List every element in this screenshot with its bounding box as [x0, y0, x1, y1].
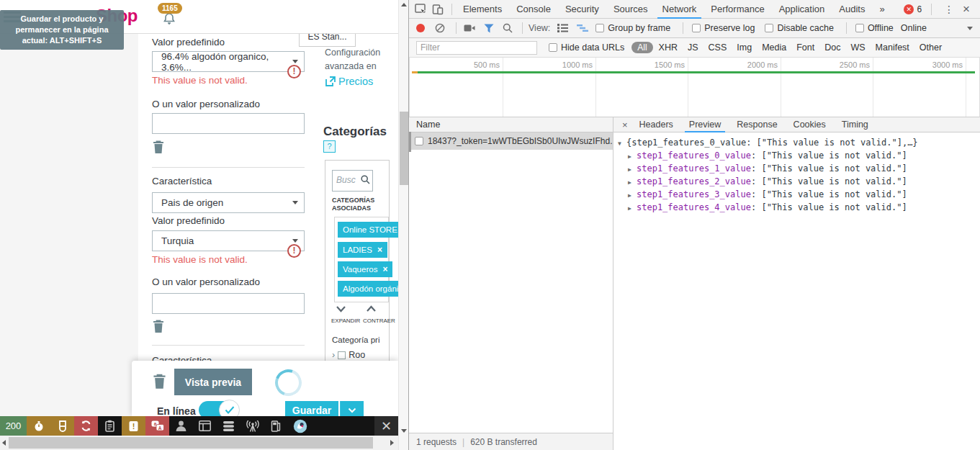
- category-tag[interactable]: Vaqueros ×: [338, 261, 392, 277]
- tab-performance[interactable]: Performance: [706, 0, 769, 19]
- json-entry-row[interactable]: ▶step1_features_1_value: ["This value is…: [618, 163, 980, 176]
- filter-type-doc[interactable]: Doc: [824, 42, 840, 53]
- scroll-right-arrow[interactable]: [390, 440, 394, 446]
- name-column-header[interactable]: Name: [409, 117, 613, 132]
- help-badge[interactable]: ?: [323, 140, 336, 153]
- preserve-log-checkbox[interactable]: [692, 24, 701, 32]
- server-icon[interactable]: [217, 416, 240, 436]
- tab-network[interactable]: Network: [657, 0, 702, 19]
- error-log-icon[interactable]: !: [122, 416, 145, 436]
- clipboard-icon[interactable]: [98, 416, 122, 436]
- tab-response[interactable]: Response: [732, 117, 781, 132]
- throttling-select[interactable]: Online: [901, 23, 973, 33]
- tab-console[interactable]: Console: [511, 0, 556, 19]
- json-entry-row[interactable]: ▶step1_features_3_value: ["This value is…: [618, 189, 980, 202]
- filter-type-all[interactable]: All: [631, 42, 652, 53]
- antenna-icon[interactable]: [240, 416, 264, 436]
- scroll-left-arrow[interactable]: [2, 440, 6, 446]
- json-entry-row[interactable]: ▶step1_features_4_value: ["This value is…: [618, 202, 980, 215]
- tree-collapsed-icon[interactable]: ▶: [628, 203, 637, 215]
- filter-type-js[interactable]: JS: [688, 42, 698, 53]
- tab-headers[interactable]: Headers: [635, 117, 678, 132]
- table-scrollbar-thumb[interactable]: [409, 132, 411, 152]
- feature2-name-select[interactable]: Pais de origen: [152, 192, 305, 213]
- feature2-value-select[interactable]: Turquia: [152, 230, 305, 251]
- category-search-input[interactable]: [333, 171, 359, 189]
- tree-expanded-icon[interactable]: ▼: [618, 138, 626, 150]
- error-count-icon[interactable]: ✕: [904, 4, 914, 14]
- fuel-pump-icon[interactable]: [264, 416, 288, 436]
- precios-link[interactable]: Precios: [325, 76, 373, 87]
- filter-type-css[interactable]: CSS: [709, 42, 727, 53]
- offline-checkbox[interactable]: [855, 24, 864, 32]
- filter-type-manifest[interactable]: Manifest: [876, 42, 909, 53]
- request-row[interactable]: 18437?_token=1wWTbEGbISb0UIwJWsuzIFhd...: [409, 132, 613, 150]
- screenshot-icon[interactable]: [464, 24, 475, 32]
- vertical-scrollbar-thumb[interactable]: [400, 112, 408, 185]
- tab-security[interactable]: Security: [560, 0, 604, 19]
- category-tag[interactable]: LADIES ×: [338, 242, 387, 258]
- category-tag[interactable]: Online STORE: [338, 222, 398, 238]
- filter-type-font[interactable]: Font: [796, 42, 814, 53]
- expand-label[interactable]: EXPANDIR: [331, 318, 360, 324]
- http-status-badge[interactable]: 200: [0, 416, 27, 436]
- devtools-close-icon[interactable]: ×: [963, 2, 970, 17]
- filter-type-xhr[interactable]: XHR: [659, 42, 678, 53]
- json-root-row[interactable]: ▼{step1_features_0_value: ["This value i…: [618, 137, 980, 150]
- prestashop-taskbar-icon[interactable]: [288, 416, 312, 436]
- chevron-up-icon[interactable]: [366, 305, 377, 312]
- tab-application[interactable]: Application: [774, 0, 830, 19]
- tab-timing[interactable]: Timing: [837, 117, 873, 132]
- hide-data-urls-checkbox[interactable]: [549, 43, 557, 52]
- tab-preview[interactable]: Preview: [685, 117, 725, 132]
- tree-expand-icon[interactable]: ›: [332, 350, 335, 360]
- more-tabs-icon[interactable]: »: [874, 0, 889, 19]
- device-toolbar-icon[interactable]: [432, 4, 444, 15]
- trash-icon[interactable]: [153, 319, 164, 333]
- scroll-up-arrow[interactable]: [401, 3, 407, 6]
- filter-type-other[interactable]: Other: [920, 42, 942, 53]
- category-checkbox[interactable]: [338, 351, 346, 359]
- vertical-scrollbar[interactable]: [398, 0, 408, 450]
- tree-collapsed-icon[interactable]: ▶: [628, 164, 637, 176]
- devtools-menu-icon[interactable]: ⋮: [944, 4, 954, 15]
- horizontal-scrollbar[interactable]: [0, 436, 398, 450]
- remove-tag-icon[interactable]: ×: [382, 264, 387, 274]
- filter-type-ws[interactable]: WS: [850, 42, 865, 53]
- clear-icon[interactable]: [435, 23, 445, 33]
- beaker-icon[interactable]: [50, 416, 74, 436]
- filter-funnel-icon[interactable]: [484, 24, 494, 33]
- custom-value-input-2[interactable]: [152, 293, 305, 314]
- chevron-down-icon[interactable]: [336, 305, 346, 312]
- timer-icon[interactable]: [27, 416, 50, 436]
- search-icon[interactable]: [503, 23, 513, 33]
- delete-product-icon[interactable]: [153, 373, 166, 390]
- window-icon[interactable]: [193, 416, 217, 436]
- bell-icon[interactable]: [162, 12, 176, 26]
- json-entry-row[interactable]: ▶step1_features_2_value: ["This value is…: [618, 176, 980, 189]
- list-view-icon[interactable]: [557, 24, 568, 32]
- custom-value-input[interactable]: [152, 113, 305, 134]
- close-taskbar-icon[interactable]: ✕: [374, 416, 398, 436]
- error-count[interactable]: 6: [917, 4, 922, 14]
- filter-type-media[interactable]: Media: [762, 42, 786, 53]
- tree-collapsed-icon[interactable]: ▶: [628, 190, 637, 202]
- scroll-down-arrow[interactable]: [401, 429, 407, 433]
- trash-icon[interactable]: [153, 140, 164, 154]
- user-icon[interactable]: [169, 416, 193, 436]
- json-entry-row[interactable]: ▶step1_features_0_value: ["This value is…: [618, 150, 980, 163]
- record-icon[interactable]: [416, 24, 425, 32]
- tab-cookies[interactable]: Cookies: [789, 117, 830, 132]
- request-checkbox[interactable]: [415, 137, 423, 145]
- translate-icon[interactable]: aA: [145, 416, 169, 436]
- contract-label[interactable]: CONTRAER: [363, 318, 395, 324]
- filter-type-img[interactable]: Img: [737, 42, 752, 53]
- network-filter-input[interactable]: [416, 41, 537, 55]
- disable-cache-checkbox[interactable]: [765, 24, 773, 32]
- close-detail-icon[interactable]: ×: [622, 120, 628, 130]
- group-by-frame-checkbox[interactable]: [595, 24, 604, 32]
- waterfall-view-icon[interactable]: [577, 24, 588, 32]
- tab-audits[interactable]: Audits: [834, 0, 870, 19]
- tab-elements[interactable]: Elements: [458, 0, 507, 19]
- feature1-value-select[interactable]: 96.4% algodón organico, 3.6%...: [152, 51, 305, 72]
